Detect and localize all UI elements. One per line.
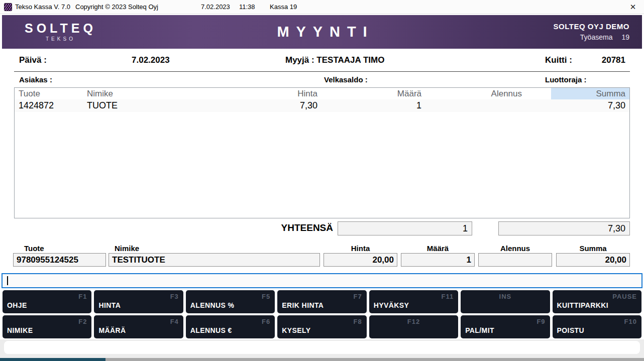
- cell-tuote: 1424872: [15, 100, 85, 111]
- entry-label-tuote: Tuote: [24, 244, 44, 253]
- function-key-grid: F1 OHJE F3 HINTA F5 ALENNUS % F7 ERIK HI…: [3, 290, 641, 338]
- titlebar-date: 7.02.2023: [201, 3, 230, 11]
- cell-maara: 1: [318, 100, 421, 111]
- date-label: Päivä :: [19, 55, 47, 65]
- table-header-row: Tuote Nimike Hinta Määrä Alennus Summa: [15, 88, 629, 99]
- fk-ohje-key: F1: [78, 293, 87, 300]
- separator-line: [14, 71, 630, 72]
- fk-ohje-button[interactable]: F1 OHJE: [3, 290, 91, 313]
- fk-maara-button[interactable]: F4 MÄÄRÄ: [94, 315, 183, 338]
- cell-summa: 7,30: [551, 100, 629, 111]
- command-input[interactable]: [2, 273, 642, 288]
- fk-kuittiparkki-key: PAUSE: [612, 293, 637, 300]
- fk-erik-hinta-label: ERIK HINTA: [282, 301, 324, 309]
- fk-erik-hinta-key: F7: [354, 293, 362, 300]
- product-code-field[interactable]: [13, 253, 106, 267]
- fk-erik-hinta-button[interactable]: F7 ERIK HINTA: [277, 290, 366, 313]
- price-field[interactable]: [324, 253, 397, 267]
- cell-nimike: TUOTE: [85, 100, 200, 111]
- fk-hyvaksy-key: F11: [441, 293, 454, 300]
- workstation-number: 19: [621, 33, 629, 41]
- fk-nimike-button[interactable]: F2 NIMIKE: [3, 315, 91, 338]
- workstation-label: Työasema: [580, 33, 613, 41]
- cell-hinta: 7,30: [200, 100, 318, 111]
- titlebar-time: 11:38: [239, 3, 255, 11]
- app-icon: [4, 3, 12, 11]
- fk-alennus-eur-button[interactable]: F6 ALENNUS €: [186, 315, 275, 338]
- fk-poistu-button[interactable]: F10 POISTU: [553, 315, 641, 338]
- entry-label-hinta: Hinta: [324, 244, 397, 253]
- fk-alennus-pct-key: F5: [262, 293, 270, 300]
- app-header: SOLTEQ TEKSO MYYNTI SOLTEQ OYJ DEMO Työa…: [2, 15, 642, 49]
- fk-pal-mit-key: F9: [536, 318, 545, 325]
- receipt-number: 20781: [583, 55, 625, 65]
- totals-sum-box: 7,30: [498, 221, 630, 235]
- logo-sub-text: TEKSO: [25, 36, 96, 42]
- product-name-field[interactable]: [109, 253, 320, 267]
- fk-hinta-button[interactable]: F3 HINTA: [94, 290, 183, 313]
- fk-maara-key: F4: [170, 318, 179, 325]
- fk-kysely-button[interactable]: F8 KYSELY: [277, 315, 366, 338]
- message-bar: [4, 341, 640, 354]
- workstation-info: Työasema19: [554, 33, 629, 41]
- date-value: 7.02.2023: [132, 55, 170, 65]
- credit-label: Luottoraja :: [545, 75, 587, 84]
- titlebar-register: Kassa 19: [270, 3, 297, 11]
- fk-f12-button[interactable]: F12: [369, 315, 458, 338]
- discount-field[interactable]: [478, 253, 552, 267]
- receipt-label: Kuitti :: [545, 55, 572, 65]
- fk-poistu-key: F10: [624, 318, 637, 325]
- sum-field[interactable]: [556, 253, 630, 267]
- entry-label-summa: Summa: [556, 244, 630, 253]
- seller-info: Myyjä : TESTAAJA TIMO: [285, 55, 384, 65]
- col-header-maara: Määrä: [318, 89, 421, 99]
- fk-ins-key: INS: [461, 293, 550, 300]
- company-name: SOLTEQ OYJ DEMO: [554, 22, 629, 31]
- fk-poistu-label: POISTU: [557, 326, 585, 334]
- fk-nimike-key: F2: [78, 318, 87, 325]
- taskbar-strip-right: [105, 358, 644, 361]
- fk-pal-mit-button[interactable]: F9 PAL/MIT: [461, 315, 550, 338]
- col-header-hinta: Hinta: [200, 89, 318, 99]
- entry-label-maara: Määrä: [401, 244, 475, 253]
- title-bar: Tekso Kassa V. 7.0 Copyright © 2023 Solt…: [0, 0, 644, 14]
- taskbar-strip-left: [0, 358, 105, 361]
- fk-nimike-label: NIMIKE: [7, 326, 33, 334]
- fk-kuittiparkki-label: KUITTIPARKKI: [557, 301, 609, 309]
- text-caret: [7, 276, 8, 285]
- fk-hinta-label: HINTA: [98, 301, 121, 309]
- entry-label-nimike: Nimike: [115, 244, 139, 253]
- totals-quantity-box: 1: [338, 221, 472, 235]
- close-icon[interactable]: ✕: [622, 0, 644, 14]
- fk-pal-mit-label: PAL/MIT: [465, 326, 494, 334]
- fk-f12-key: F12: [369, 318, 458, 325]
- col-header-nimike: Nimike: [85, 89, 200, 99]
- fk-alennus-eur-key: F6: [262, 318, 270, 325]
- solteq-logo: SOLTEQ TEKSO: [25, 21, 96, 42]
- debt-label: Velkasaldo :: [324, 75, 368, 84]
- copyright-text: Copyright © 2023 Solteq Oyj: [75, 3, 158, 11]
- fk-kuittiparkki-button[interactable]: PAUSE KUITTIPARKKI: [553, 290, 641, 313]
- fk-hyvaksy-label: HYVÄKSY: [374, 301, 409, 309]
- fk-alennus-pct-label: ALENNUS %: [190, 301, 235, 309]
- fk-ohje-label: OHJE: [7, 301, 27, 309]
- fk-kysely-label: KYSELY: [282, 326, 310, 334]
- quantity-field[interactable]: [401, 253, 475, 267]
- fk-alennus-eur-label: ALENNUS €: [190, 326, 232, 334]
- window-title: Tekso Kassa V. 7.0: [15, 3, 70, 11]
- fk-alennus-pct-button[interactable]: F5 ALENNUS %: [186, 290, 275, 313]
- fk-ins-button[interactable]: INS: [461, 290, 550, 313]
- totals-label: YHTEENSÄ: [251, 222, 333, 233]
- col-header-tuote: Tuote: [15, 89, 85, 99]
- logo-main-text: SOLTEQ: [25, 21, 96, 36]
- entry-label-alennus: Alennus: [478, 244, 552, 253]
- col-header-summa: Summa: [551, 88, 629, 99]
- table-row[interactable]: 1424872 TUOTE 7,30 1 7,30: [15, 99, 629, 112]
- pos-window: Tekso Kassa V. 7.0 Copyright © 2023 Solt…: [0, 0, 644, 361]
- fk-hinta-key: F3: [170, 293, 179, 300]
- header-right-block: SOLTEQ OYJ DEMO Työasema19: [554, 22, 629, 41]
- fk-hyvaksy-button[interactable]: F11 HYVÄKSY: [369, 290, 458, 313]
- fk-maara-label: MÄÄRÄ: [98, 326, 126, 334]
- sale-lines-table: Tuote Nimike Hinta Määrä Alennus Summa 1…: [14, 87, 630, 218]
- customer-label: Asiakas :: [19, 75, 52, 84]
